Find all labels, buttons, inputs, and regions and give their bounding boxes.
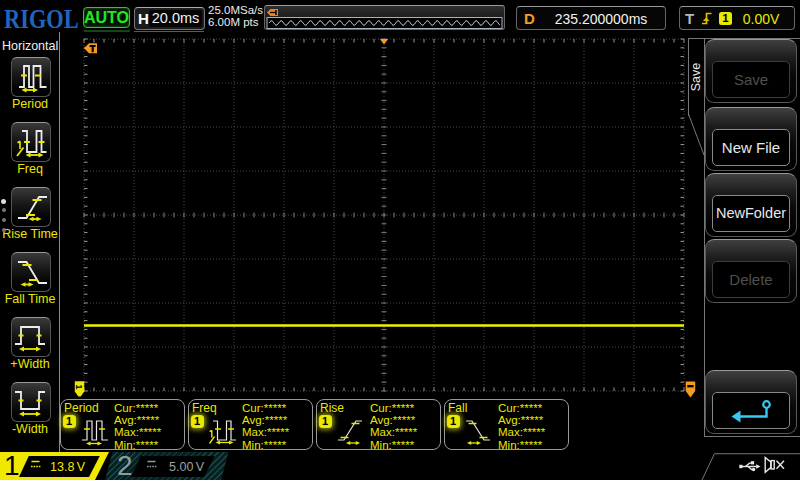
svg-text:1: 1	[74, 384, 84, 389]
